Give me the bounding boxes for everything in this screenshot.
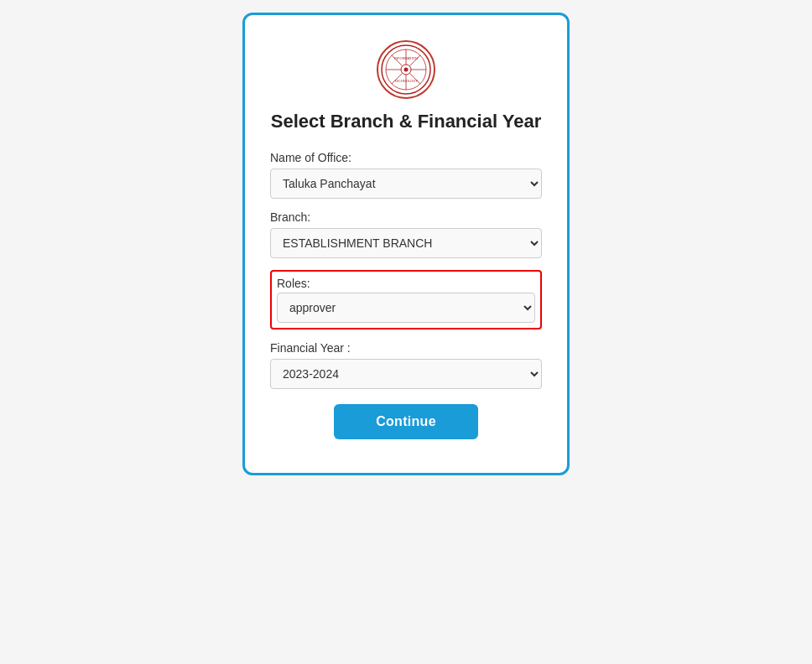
branch-select[interactable]: ESTABLISHMENT BRANCH ACCOUNTS BRANCH AUD… (270, 228, 542, 258)
svg-text:TECHNOLOGY: TECHNOLOGY (394, 79, 418, 83)
continue-button[interactable]: Continue (334, 404, 478, 439)
roles-label: Roles: (277, 277, 535, 290)
branch-group: Branch: ESTABLISHMENT BRANCH ACCOUNTS BR… (270, 210, 542, 258)
page-title: Select Branch & Financial Year (271, 111, 541, 132)
name-of-office-label: Name of Office: (270, 151, 542, 164)
form: Name of Office: Taluka Panchayat Distric… (270, 151, 542, 439)
financial-year-label: Financial Year : (270, 341, 542, 355)
org-logo: INFORMATION TECHNOLOGY (377, 40, 435, 99)
logo-container: INFORMATION TECHNOLOGY (377, 40, 435, 99)
roles-group: Roles: approver viewer admin (270, 270, 542, 329)
roles-select[interactable]: approver viewer admin (277, 293, 535, 323)
financial-year-select[interactable]: 2023-2024 2022-2023 2021-2022 (270, 359, 542, 389)
main-card: INFORMATION TECHNOLOGY Select Branch & F… (242, 13, 570, 475)
name-of-office-select[interactable]: Taluka Panchayat District Panchayat Gram… (270, 169, 542, 199)
svg-point-11 (404, 68, 409, 72)
financial-year-group: Financial Year : 2023-2024 2022-2023 202… (270, 341, 542, 389)
branch-label: Branch: (270, 210, 542, 224)
logo-svg: INFORMATION TECHNOLOGY (380, 44, 432, 96)
svg-text:INFORMATION: INFORMATION (394, 56, 418, 60)
name-of-office-group: Name of Office: Taluka Panchayat Distric… (270, 151, 542, 199)
